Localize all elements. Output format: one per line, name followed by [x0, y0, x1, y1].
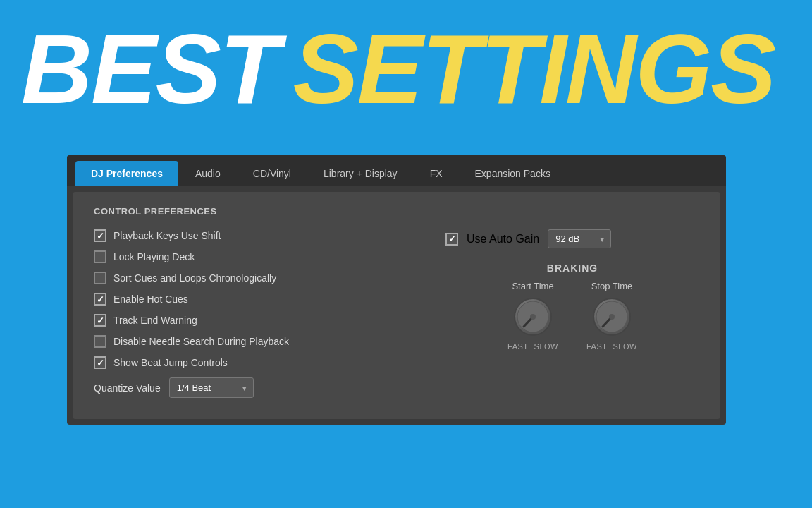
checkbox-disable-needle[interactable]: Disable Needle Search During Playback — [94, 335, 431, 348]
checkbox-sort-cues-label: Sort Cues and Loops Chronologically — [113, 272, 276, 284]
checkbox-lock-playing[interactable]: Lock Playing Deck — [94, 250, 431, 263]
content-area: CONTROL PREFERENCES Playback Keys Use Sh… — [73, 192, 720, 419]
quantize-label: Quantize Value — [94, 382, 161, 394]
gain-select[interactable]: 88 dB 89 dB 90 dB 91 dB 92 dB 93 dB 94 d… — [548, 229, 611, 248]
checkbox-disable-needle-label: Disable Needle Search During Playback — [113, 336, 289, 347]
checkbox-show-beat-jump[interactable]: Show Beat Jump Controls — [94, 356, 431, 369]
start-time-fast-label: FAST — [508, 342, 529, 351]
stop-time-group: Stop Time — [586, 281, 637, 351]
tab-dj-preferences[interactable]: DJ Preferences — [75, 161, 178, 186]
checkbox-show-beat-jump-box[interactable] — [94, 356, 106, 369]
svg-point-7 — [609, 314, 615, 320]
auto-gain-row: Use Auto Gain 88 dB 89 dB 90 dB 91 dB 92… — [445, 229, 699, 248]
tab-cd-vinyl[interactable]: CD/Vinyl — [238, 161, 307, 186]
braking-section: BRAKING Start Time — [445, 262, 699, 351]
start-time-fast-slow: FAST SLOW — [508, 342, 558, 351]
quantize-select[interactable]: 1/4 Beat 1/2 Beat 1 Beat 2 Beats 4 Beats — [169, 377, 254, 398]
start-time-label: Start Time — [512, 281, 553, 291]
checkbox-sort-cues-box[interactable] — [94, 272, 106, 284]
section-title: CONTROL PREFERENCES — [94, 206, 699, 217]
stop-time-label: Stop Time — [591, 281, 633, 291]
stop-time-slow-label: SLOW — [613, 342, 637, 351]
tab-expansion-packs[interactable]: Expansion Packs — [460, 161, 566, 186]
two-col-layout: Playback Keys Use Shift Lock Playing Dec… — [94, 229, 699, 398]
svg-point-3 — [530, 314, 536, 320]
title-banner: BEST SETTINGS — [0, 0, 812, 138]
checkbox-playback-keys-label: Playback Keys Use Shift — [113, 230, 221, 241]
right-column: Use Auto Gain 88 dB 89 dB 90 dB 91 dB 92… — [431, 229, 699, 398]
checkbox-track-end[interactable]: Track End Warning — [94, 314, 431, 327]
checkbox-track-end-box[interactable] — [94, 314, 106, 327]
settings-panel: DJ Preferences Audio CD/Vinyl Library + … — [67, 155, 726, 425]
tab-library-display[interactable]: Library + Display — [308, 161, 413, 186]
checkbox-disable-needle-box[interactable] — [94, 335, 106, 348]
tab-audio[interactable]: Audio — [180, 161, 236, 186]
checkbox-playback-keys[interactable]: Playback Keys Use Shift — [94, 229, 431, 242]
start-time-knob[interactable] — [512, 296, 554, 338]
title-best: BEST — [21, 20, 278, 119]
checkbox-track-end-label: Track End Warning — [113, 315, 197, 326]
checkbox-playback-keys-box[interactable] — [94, 229, 106, 242]
quantize-row: Quantize Value 1/4 Beat 1/2 Beat 1 Beat … — [94, 377, 431, 398]
stop-time-fast-label: FAST — [586, 342, 608, 351]
checkbox-lock-playing-box[interactable] — [94, 250, 106, 263]
title-settings: SETTINGS — [293, 20, 775, 119]
start-time-group: Start Time — [508, 281, 558, 351]
stop-time-fast-slow: FAST SLOW — [586, 342, 637, 351]
quantize-select-wrapper: 1/4 Beat 1/2 Beat 1 Beat 2 Beats 4 Beats — [169, 377, 254, 398]
stop-time-knob[interactable] — [591, 296, 633, 338]
gain-select-wrapper: 88 dB 89 dB 90 dB 91 dB 92 dB 93 dB 94 d… — [548, 229, 611, 248]
checkbox-enable-hot-cues-label: Enable Hot Cues — [113, 294, 188, 305]
left-column: Playback Keys Use Shift Lock Playing Dec… — [94, 229, 431, 398]
auto-gain-label: Use Auto Gain — [467, 233, 539, 246]
tabs-row: DJ Preferences Audio CD/Vinyl Library + … — [67, 155, 726, 186]
checkbox-sort-cues[interactable]: Sort Cues and Loops Chronologically — [94, 272, 431, 284]
checkbox-enable-hot-cues-box[interactable] — [94, 293, 106, 306]
auto-gain-checkbox[interactable] — [445, 233, 458, 246]
braking-knobs: Start Time — [445, 281, 699, 351]
start-time-slow-label: SLOW — [534, 342, 558, 351]
checkbox-enable-hot-cues[interactable]: Enable Hot Cues — [94, 293, 431, 306]
checkbox-show-beat-jump-label: Show Beat Jump Controls — [113, 357, 228, 368]
braking-title: BRAKING — [445, 262, 699, 274]
checkbox-lock-playing-label: Lock Playing Deck — [113, 251, 195, 262]
tab-fx[interactable]: FX — [414, 161, 458, 186]
